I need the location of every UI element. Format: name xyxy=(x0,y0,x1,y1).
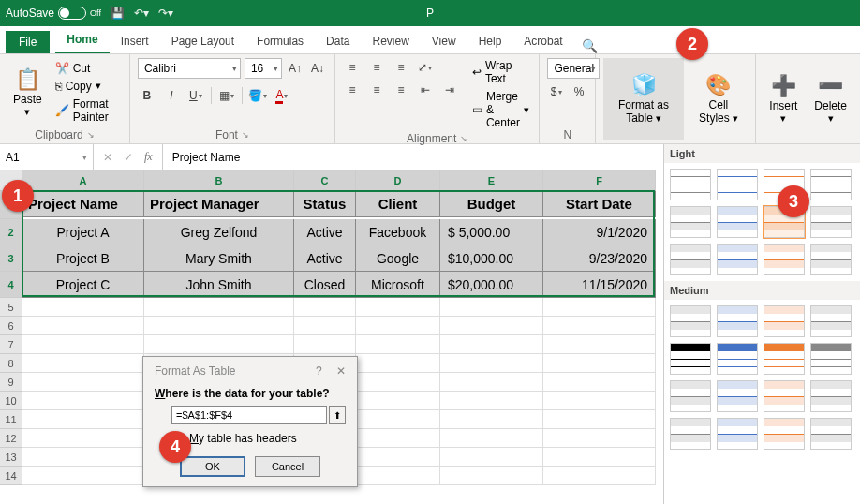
col-head-a[interactable]: A xyxy=(22,170,144,191)
cell[interactable] xyxy=(356,429,440,448)
cell[interactable]: John Smith xyxy=(144,272,294,298)
table-style-medium[interactable] xyxy=(764,380,805,412)
cell[interactable]: 9/23/2020 xyxy=(543,245,656,272)
tell-me-search-icon[interactable]: 🔍 xyxy=(582,38,598,53)
cell-header[interactable]: Client xyxy=(356,191,440,217)
borders-button[interactable]: ▦ xyxy=(217,86,236,105)
dialog-close-icon[interactable]: ✕ xyxy=(336,364,346,378)
fill-color-button[interactable]: 🪣 xyxy=(248,86,267,105)
tab-review[interactable]: Review xyxy=(361,29,420,53)
cell[interactable] xyxy=(22,354,144,373)
row-head-12[interactable]: 12 xyxy=(0,429,22,448)
row-head-10[interactable]: 10 xyxy=(0,392,22,410)
cell[interactable] xyxy=(22,429,144,448)
cell-header[interactable]: Project Manager xyxy=(144,191,294,217)
col-head-e[interactable]: E xyxy=(440,170,543,191)
cell[interactable] xyxy=(22,373,144,392)
decrease-font-icon[interactable]: A↓ xyxy=(308,59,327,78)
format-as-table-button[interactable]: 🧊 Format as Table ▾ xyxy=(603,58,683,140)
align-top-icon[interactable]: ≡ xyxy=(343,58,362,77)
cell[interactable] xyxy=(356,335,440,354)
cell[interactable] xyxy=(22,448,144,467)
row-head-4[interactable]: 4 xyxy=(0,272,22,298)
cell[interactable] xyxy=(543,298,656,317)
delete-cells-button[interactable]: ➖ Delete▾ xyxy=(808,58,853,140)
col-head-d[interactable]: D xyxy=(356,170,440,191)
cell[interactable] xyxy=(356,298,440,317)
align-bottom-icon[interactable]: ≡ xyxy=(392,58,410,77)
cell[interactable]: Active xyxy=(294,245,356,272)
table-style-light[interactable] xyxy=(717,244,758,275)
range-picker-icon[interactable]: ⬆ xyxy=(329,406,346,424)
align-left-icon[interactable]: ≡ xyxy=(343,81,362,99)
font-size-combo[interactable]: 16 xyxy=(245,58,282,79)
cell[interactable] xyxy=(144,335,294,354)
cell[interactable] xyxy=(294,298,356,317)
table-style-medium[interactable] xyxy=(810,418,852,450)
cell-header[interactable]: Project Name xyxy=(22,191,144,217)
tab-home[interactable]: Home xyxy=(55,27,109,53)
cell[interactable]: 11/15/2020 xyxy=(543,272,656,298)
cell[interactable]: Project B xyxy=(22,245,144,272)
table-style-medium[interactable] xyxy=(670,343,711,375)
table-style-medium[interactable] xyxy=(764,418,805,450)
tab-file[interactable]: File xyxy=(6,31,50,53)
copy-button[interactable]: ⎘Copy ▾ xyxy=(53,79,122,94)
cell-header[interactable]: Status xyxy=(294,191,356,217)
font-launcher-icon[interactable]: ↘ xyxy=(242,130,249,140)
clipboard-launcher-icon[interactable]: ↘ xyxy=(87,130,95,140)
table-style-light[interactable] xyxy=(810,206,852,238)
cell[interactable]: 9/1/2020 xyxy=(543,219,656,245)
wrap-text-button[interactable]: ↩Wrap Text xyxy=(470,58,532,86)
cell[interactable] xyxy=(22,335,144,354)
merge-center-button[interactable]: ▭Merge & Center ▾ xyxy=(470,89,532,130)
font-name-combo[interactable]: Calibri xyxy=(138,58,241,79)
col-head-c[interactable]: C xyxy=(294,170,356,191)
col-head-f[interactable]: F xyxy=(543,170,656,191)
cell[interactable] xyxy=(356,467,440,485)
cell[interactable] xyxy=(543,354,656,373)
table-style-medium[interactable] xyxy=(717,343,758,375)
cell[interactable] xyxy=(144,298,294,317)
cell[interactable]: Facebook xyxy=(356,219,440,245)
table-style-medium[interactable] xyxy=(810,380,852,412)
cell[interactable] xyxy=(356,392,440,410)
undo-icon[interactable]: ↶▾ xyxy=(134,7,149,20)
tab-page-layout[interactable]: Page Layout xyxy=(160,29,245,53)
underline-button[interactable]: U xyxy=(186,86,205,105)
dialog-range-input[interactable] xyxy=(171,406,327,424)
table-style-medium[interactable] xyxy=(810,343,852,375)
font-color-button[interactable]: A xyxy=(273,86,291,105)
cell[interactable]: Mary Smith xyxy=(144,245,294,272)
cell[interactable] xyxy=(543,335,656,354)
cell[interactable] xyxy=(440,335,543,354)
cell[interactable]: $10,000.00 xyxy=(440,245,543,272)
table-style-light[interactable] xyxy=(670,169,711,200)
tab-view[interactable]: View xyxy=(421,29,467,53)
align-center-icon[interactable]: ≡ xyxy=(367,81,386,99)
table-style-light[interactable] xyxy=(764,244,805,275)
tab-formulas[interactable]: Formulas xyxy=(245,29,315,53)
cell[interactable]: Microsoft xyxy=(356,272,440,298)
percent-format-button[interactable]: % xyxy=(571,82,588,101)
cell-header[interactable]: Budget xyxy=(440,191,543,217)
cell[interactable] xyxy=(440,392,543,410)
enter-formula-icon[interactable]: ✓ xyxy=(124,151,133,164)
alignment-launcher-icon[interactable]: ↘ xyxy=(460,134,467,143)
table-style-medium[interactable] xyxy=(764,343,805,375)
table-style-medium[interactable] xyxy=(717,380,758,412)
cell[interactable] xyxy=(543,317,656,335)
cell[interactable] xyxy=(356,317,440,335)
cell[interactable] xyxy=(22,410,144,429)
cell[interactable] xyxy=(543,448,656,467)
table-style-medium[interactable] xyxy=(717,418,758,450)
tab-data[interactable]: Data xyxy=(315,29,361,53)
dialog-ok-button[interactable]: OK xyxy=(180,456,245,477)
cell[interactable]: $20,000.00 xyxy=(440,272,543,298)
row-head-9[interactable]: 9 xyxy=(0,373,22,392)
row-head-3[interactable]: 3 xyxy=(0,245,22,272)
cell[interactable] xyxy=(543,392,656,410)
cell[interactable] xyxy=(356,410,440,429)
row-head-7[interactable]: 7 xyxy=(0,335,22,354)
cell[interactable] xyxy=(543,410,656,429)
